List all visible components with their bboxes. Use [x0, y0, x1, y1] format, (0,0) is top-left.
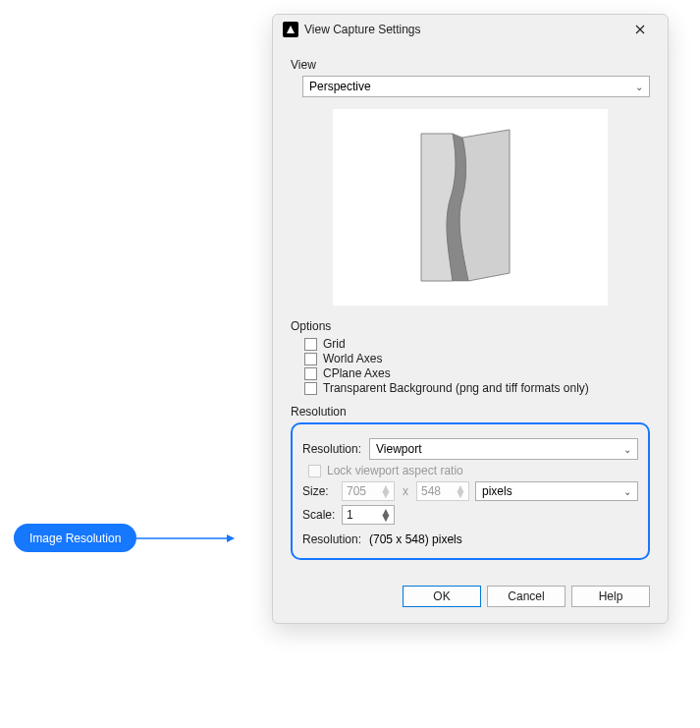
close-button[interactable] [622, 17, 658, 42]
transparent-bg-checkbox-row: Transparent Background (png and tiff for… [304, 381, 650, 395]
chevron-down-icon: ⌄ [623, 444, 631, 455]
titlebar: View Capture Settings [273, 15, 668, 44]
dialog-title: View Capture Settings [304, 23, 622, 36]
resolution-result-value: (705 x 548) pixels [369, 532, 462, 546]
transparent-bg-label: Transparent Background (png and tiff for… [323, 381, 589, 395]
preview-thumbnail [333, 109, 608, 306]
size-row: Size: 705 ▲▼ x 548 ▲▼ pixels ⌄ [302, 481, 638, 501]
ok-button[interactable]: OK [403, 586, 481, 607]
chevron-down-icon: ⌄ [623, 486, 631, 497]
grid-checkbox-row: Grid [304, 337, 650, 351]
resolution-section-label: Resolution [291, 405, 650, 419]
annotation-label: Image Resolution [29, 532, 121, 545]
view-select[interactable]: Perspective ⌄ [302, 76, 650, 97]
height-value: 548 [421, 484, 455, 498]
spinner-arrows-icon[interactable]: ▲▼ [380, 509, 392, 521]
cplane-axes-checkbox[interactable] [304, 367, 317, 380]
cancel-button[interactable]: Cancel [487, 586, 565, 607]
annotation-arrow [136, 537, 229, 539]
world-axes-checkbox-row: World Axes [304, 352, 650, 365]
world-axes-label: World Axes [323, 352, 382, 365]
resolution-frame: Resolution: Viewport ⌄ Lock viewport asp… [291, 422, 650, 560]
resolution-result-label: Resolution: [302, 532, 363, 546]
annotation-callout: Image Resolution [14, 524, 229, 552]
units-select[interactable]: pixels ⌄ [475, 481, 638, 501]
resolution-select-value: Viewport [376, 442, 421, 456]
help-button[interactable]: Help [571, 586, 650, 607]
grid-checkbox[interactable] [304, 338, 317, 351]
lock-aspect-checkbox [308, 465, 321, 477]
dialog-footer: OK Cancel Help [273, 574, 668, 623]
spinner-arrows-icon: ▲▼ [455, 485, 466, 497]
resolution-label: Resolution: [302, 442, 363, 456]
app-icon [283, 22, 298, 37]
chevron-down-icon: ⌄ [635, 82, 643, 92]
width-value: 705 [347, 484, 380, 498]
scale-row: Scale: 1 ▲▼ [302, 505, 638, 525]
view-capture-dialog: View Capture Settings View Perspective ⌄… [272, 14, 669, 624]
cplane-axes-label: CPlane Axes [323, 366, 391, 380]
view-section-label: View [291, 58, 650, 72]
lock-aspect-row: Lock viewport aspect ratio [308, 464, 638, 477]
annotation-pill: Image Resolution [14, 524, 136, 552]
world-axes-checkbox[interactable] [304, 353, 317, 365]
scale-input[interactable]: 1 ▲▼ [342, 505, 395, 525]
height-input: 548 ▲▼ [416, 481, 469, 501]
size-label: Size: [302, 484, 336, 498]
units-value: pixels [482, 484, 512, 498]
resolution-result-row: Resolution: (705 x 548) pixels [302, 532, 638, 546]
preview-image [392, 124, 549, 291]
view-select-value: Perspective [309, 80, 371, 93]
resolution-row: Resolution: Viewport ⌄ [302, 438, 638, 460]
transparent-bg-checkbox[interactable] [304, 382, 317, 395]
scale-value: 1 [347, 508, 380, 522]
size-x-separator: x [401, 484, 410, 498]
grid-label: Grid [323, 337, 346, 351]
lock-aspect-label: Lock viewport aspect ratio [327, 464, 463, 477]
close-icon [635, 25, 645, 34]
spinner-arrows-icon: ▲▼ [380, 485, 392, 497]
cplane-axes-checkbox-row: CPlane Axes [304, 366, 650, 380]
scale-label: Scale: [302, 508, 336, 522]
options-section-label: Options [291, 319, 650, 333]
resolution-select[interactable]: Viewport ⌄ [369, 438, 638, 460]
dialog-content: View Perspective ⌄ Options Grid World Ax… [273, 44, 668, 574]
width-input: 705 ▲▼ [342, 481, 395, 501]
